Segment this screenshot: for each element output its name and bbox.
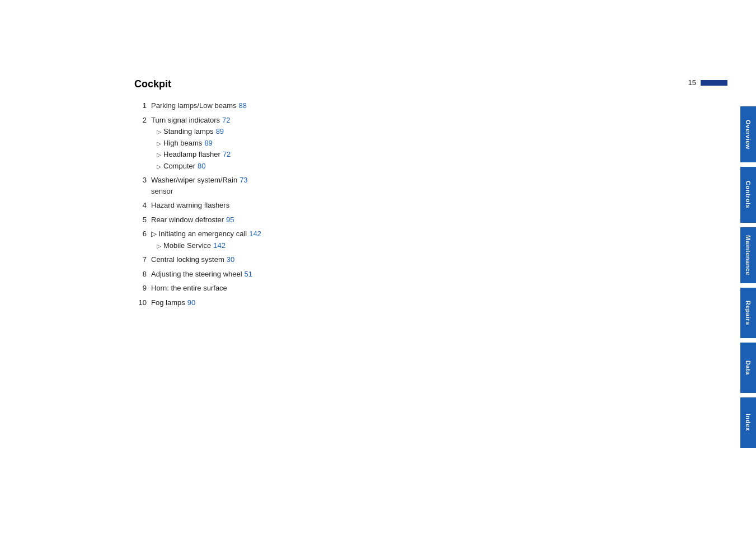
sidebar-tab-maintenance[interactable]: Maintenance — [740, 227, 756, 283]
item-number: 2 — [134, 115, 147, 126]
sidebar-tab-data[interactable]: Data — [740, 343, 756, 393]
item-page[interactable]: 88 — [238, 100, 246, 111]
item-number: 10 — [134, 297, 147, 308]
item-label: Horn: the entire surface — [151, 283, 227, 294]
list-item: 3 Washer/wiper system/Rainsensor 73 — [134, 175, 727, 196]
item-label: Adjusting the steering wheel — [151, 269, 242, 280]
item-line: ▷ Initiating an emergency call 142 — [151, 228, 727, 240]
toc-list: 1 Parking lamps/Low beams 88 2 Turn sign… — [134, 100, 727, 308]
sidebar-tab-index-label: Index — [745, 414, 752, 431]
item-label: Hazard warning flashers — [151, 200, 229, 211]
right-sidebar: Overview Controls Maintenance Repairs Da… — [740, 0, 756, 534]
item-number: 7 — [134, 254, 147, 265]
sub-label: Mobile Service — [163, 240, 211, 251]
item-line: Turn signal indicators 72 — [151, 115, 727, 126]
item-content: Central locking system 30 — [151, 254, 727, 265]
item-label: Turn signal indicators — [151, 115, 220, 126]
list-item: 7 Central locking system 30 — [134, 254, 727, 265]
item-page[interactable]: 30 — [227, 254, 234, 265]
sub-item: ▷ Mobile Service 142 — [151, 240, 727, 251]
item-label: Washer/wiper system/Rainsensor — [151, 175, 237, 196]
list-item: 1 Parking lamps/Low beams 88 — [134, 100, 727, 111]
sub-item: ▷ Computer 80 — [151, 161, 727, 172]
item-line: Horn: the entire surface — [151, 283, 727, 294]
list-item: 9 Horn: the entire surface — [134, 283, 727, 294]
item-label: Fog lamps — [151, 297, 185, 308]
item-content: Washer/wiper system/Rainsensor 73 — [151, 175, 727, 196]
sidebar-tab-overview-label: Overview — [745, 120, 752, 149]
sub-page[interactable]: 72 — [223, 149, 231, 160]
list-item: 2 Turn signal indicators 72 ▷ Standing l… — [134, 115, 727, 172]
sidebar-tab-repairs-label: Repairs — [745, 301, 752, 325]
item-content: ▷ Initiating an emergency call 142 ▷ Mob… — [151, 228, 727, 251]
main-content: Cockpit 15 1 Parking lamps/Low beams 88 — [134, 78, 727, 311]
item-page[interactable]: 51 — [245, 269, 252, 280]
item-page[interactable]: 142 — [249, 228, 261, 240]
page-number-area: 15 — [688, 78, 727, 87]
item-number: 5 — [134, 214, 147, 226]
item-line: Fog lamps 90 — [151, 297, 727, 308]
sidebar-tab-index[interactable]: Index — [740, 397, 756, 448]
item-page[interactable]: 90 — [187, 297, 195, 308]
sub-page[interactable]: 80 — [198, 161, 205, 172]
item-content: Adjusting the steering wheel 51 — [151, 269, 727, 280]
item-content: Horn: the entire surface — [151, 283, 727, 294]
item-label: Rear window defroster — [151, 214, 224, 226]
list-item: 4 Hazard warning flashers — [134, 200, 727, 211]
sidebar-tab-maintenance-label: Maintenance — [745, 235, 752, 275]
sub-arrow-icon: ▷ — [157, 162, 161, 171]
list-item: 5 Rear window defroster 95 — [134, 214, 727, 226]
item-number: 1 — [134, 100, 147, 111]
item-line: Rear window defroster 95 — [151, 214, 727, 226]
sub-arrow-icon: ▷ — [157, 128, 161, 136]
item-page[interactable]: 72 — [222, 115, 230, 126]
page-header: Cockpit 15 — [134, 78, 727, 90]
item-line: Parking lamps/Low beams 88 — [151, 100, 727, 111]
page-container: Cockpit 15 1 Parking lamps/Low beams 88 — [0, 0, 756, 534]
page-title: Cockpit — [134, 78, 171, 90]
item-page[interactable]: 95 — [226, 214, 234, 226]
sub-arrow-icon: ▷ — [157, 139, 161, 148]
item-content: Parking lamps/Low beams 88 — [151, 100, 727, 111]
list-item: 6 ▷ Initiating an emergency call 142 ▷ M… — [134, 228, 727, 251]
sub-item: ▷ Headlamp flasher 72 — [151, 149, 727, 160]
item-number: 9 — [134, 283, 147, 294]
sub-page[interactable]: 89 — [204, 138, 212, 149]
page-number-bar — [701, 80, 727, 86]
sub-page[interactable]: 89 — [216, 126, 224, 137]
page-number: 15 — [688, 78, 696, 87]
sub-page[interactable]: 142 — [213, 240, 226, 251]
item-line: Hazard warning flashers — [151, 200, 727, 211]
item-line: Washer/wiper system/Rainsensor 73 — [151, 175, 727, 196]
item-content: Rear window defroster 95 — [151, 214, 727, 226]
item-line: Central locking system 30 — [151, 254, 727, 265]
list-item: 10 Fog lamps 90 — [134, 297, 727, 308]
sub-item: ▷ Standing lamps 89 — [151, 126, 727, 137]
item-content: Hazard warning flashers — [151, 200, 727, 211]
item-number: 3 — [134, 175, 147, 186]
item-page[interactable]: 73 — [240, 175, 247, 186]
item-label: ▷ Initiating an emergency call — [151, 228, 247, 240]
sub-label: Headlamp flasher — [163, 149, 220, 160]
item-content: Turn signal indicators 72 ▷ Standing lam… — [151, 115, 727, 172]
sub-arrow-icon: ▷ — [157, 242, 161, 250]
sidebar-tab-controls[interactable]: Controls — [740, 167, 756, 223]
sub-label: High beams — [163, 138, 202, 149]
item-line: Adjusting the steering wheel 51 — [151, 269, 727, 280]
sidebar-tab-overview[interactable]: Overview — [740, 106, 756, 162]
item-number: 6 — [134, 228, 147, 240]
sidebar-tab-data-label: Data — [745, 360, 752, 375]
item-number: 8 — [134, 269, 147, 280]
item-content: Fog lamps 90 — [151, 297, 727, 308]
sub-label: Computer — [163, 161, 195, 172]
sub-label: Standing lamps — [163, 126, 214, 137]
sidebar-tab-controls-label: Controls — [745, 181, 752, 208]
item-label: Central locking system — [151, 254, 224, 265]
item-number: 4 — [134, 200, 147, 211]
sidebar-tab-repairs[interactable]: Repairs — [740, 288, 756, 338]
list-item: 8 Adjusting the steering wheel 51 — [134, 269, 727, 280]
sub-arrow-icon: ▷ — [157, 151, 161, 159]
sub-item: ▷ High beams 89 — [151, 138, 727, 149]
item-label: Parking lamps/Low beams — [151, 100, 236, 111]
